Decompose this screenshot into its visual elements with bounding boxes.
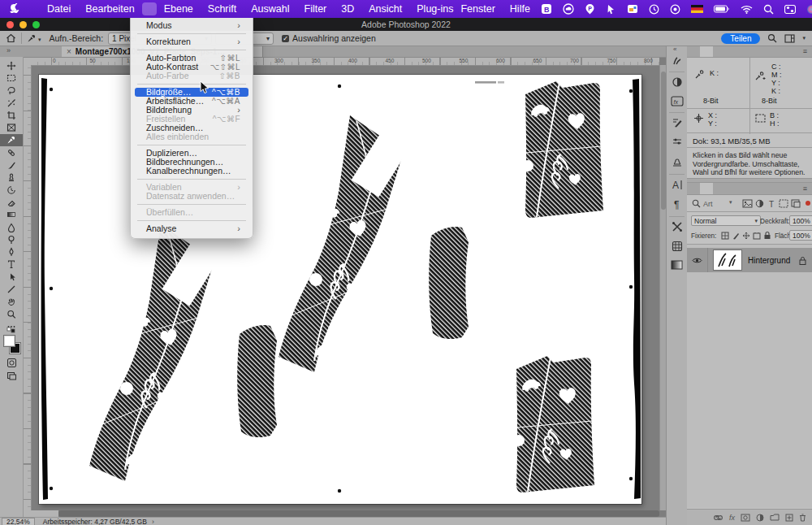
menu-bar-item[interactable]: Schrift	[201, 2, 244, 15]
battery-icon[interactable]	[714, 5, 730, 13]
menu-item[interactable]: Alles einblenden	[135, 132, 248, 141]
bit-depth-left[interactable]: 8-Bit	[703, 97, 719, 105]
blend-mode-select[interactable]: Normal ▾	[691, 215, 761, 226]
gradient-tool[interactable]	[0, 209, 23, 221]
tools-collapse-icon[interactable]: »	[6, 46, 10, 54]
screenshot-app-icon[interactable]	[627, 4, 638, 14]
panel-tab[interactable]	[726, 183, 739, 194]
search-icon[interactable]	[767, 33, 777, 43]
character-panel-icon[interactable]: A	[667, 179, 687, 191]
menu-bar-item[interactable]: Fenster	[460, 3, 495, 15]
menu-bar-item[interactable]	[25, 2, 40, 15]
panel-tab[interactable]	[713, 183, 726, 194]
opacity-field[interactable]: 100% ▾	[789, 215, 812, 226]
zoom-tool[interactable]	[0, 308, 23, 320]
window-title-bar[interactable]: Adobe Photoshop 2022	[0, 18, 812, 31]
spotlight-icon[interactable]	[763, 4, 774, 15]
lock-pixels-icon[interactable]	[732, 232, 740, 240]
new-group-icon[interactable]	[770, 514, 780, 521]
link-layers-icon[interactable]	[713, 514, 723, 521]
filter-caret-icon[interactable]: ▾	[729, 199, 732, 206]
filter-adjustment-layers-icon[interactable]	[755, 199, 764, 208]
styles-panel-icon[interactable]: fx	[667, 96, 687, 106]
filter-smart-objects-icon[interactable]	[791, 199, 801, 208]
status-options-arrow-icon[interactable]: ›	[152, 518, 154, 525]
brush-settings-panel-icon[interactable]	[667, 117, 687, 128]
clone-source-panel-icon[interactable]	[667, 137, 687, 148]
layer-row-hintergrund[interactable]: Hintergrund	[687, 248, 812, 272]
panel-tab[interactable]	[700, 183, 713, 194]
menu-bar-item[interactable]: Plug-ins	[409, 2, 460, 15]
menu-item[interactable]: Überfüllen…	[135, 208, 248, 217]
canvas-viewport[interactable]	[31, 65, 659, 510]
layer-filter-type[interactable]: Art	[703, 200, 713, 208]
quick-mask-button[interactable]	[0, 358, 23, 368]
crop-tool[interactable]	[0, 109, 23, 121]
menu-item[interactable]: Datensatz anwenden…	[135, 192, 248, 201]
eyedropper-tool-icon[interactable]	[27, 33, 37, 43]
cursor-app-icon[interactable]	[606, 4, 616, 15]
swap-colors-icon[interactable]	[0, 327, 23, 333]
home-icon[interactable]	[6, 33, 16, 43]
eyedropper-tool[interactable]	[0, 134, 23, 146]
rectangular-marquee-tool[interactable]	[0, 72, 23, 84]
lasso-tool[interactable]	[0, 85, 23, 97]
layers-panel-menu-icon[interactable]: ≡	[800, 184, 810, 193]
keyboard-language-flag-icon[interactable]	[691, 5, 703, 13]
tool-preset-caret-icon[interactable]: ▾	[38, 37, 41, 43]
creative-cloud-icon[interactable]	[563, 3, 574, 15]
share-button[interactable]: Teilen	[721, 33, 760, 44]
layer-name[interactable]: Hintergrund	[748, 256, 790, 265]
dodge-tool[interactable]	[0, 233, 23, 245]
fill-field[interactable]: 100% ▾	[789, 230, 812, 241]
panel-tab[interactable]	[687, 46, 700, 57]
wifi-icon[interactable]	[741, 5, 753, 14]
lock-position-icon[interactable]	[742, 232, 750, 240]
tools-panel-icon[interactable]	[667, 221, 687, 232]
menu-bar-item[interactable]: Ansicht	[361, 2, 409, 15]
apple-icon[interactable]	[10, 3, 20, 15]
menu-bar-item[interactable]: Datei	[40, 2, 78, 15]
layer-visibility-eye-icon[interactable]	[692, 257, 702, 264]
filter-toggle-icon[interactable]	[806, 201, 810, 206]
menu-bar-item[interactable]: Hilfe	[510, 3, 530, 15]
lock-artboard-icon[interactable]	[753, 232, 762, 240]
move-tool[interactable]	[0, 59, 23, 72]
menu-item[interactable]: Kanalberechnungen…	[135, 167, 248, 176]
patterns-panel-icon[interactable]	[667, 156, 687, 167]
bit-depth-right[interactable]: 8-Bit	[762, 97, 777, 105]
menu-item[interactable]: Analyse	[135, 224, 248, 233]
filter-shape-layers-icon[interactable]	[779, 199, 788, 208]
menu-bar-item[interactable]: Filter	[297, 2, 335, 15]
clone-stamp-tool[interactable]	[0, 171, 23, 184]
photoshop-status-icon[interactable]: B	[541, 3, 552, 15]
panel-menu-icon[interactable]: ≡	[800, 47, 810, 55]
blur-tool[interactable]	[0, 221, 23, 233]
delete-layer-icon[interactable]	[799, 514, 806, 522]
horizontal-ruler[interactable]: 0501001502002503003504004505005506006507…	[31, 57, 659, 66]
vertical-ruler[interactable]: 050100150200250300350400450500550600	[23, 65, 32, 510]
filter-pixel-layers-icon[interactable]	[742, 199, 753, 208]
menu-bar-item[interactable]: 3D	[334, 2, 361, 15]
siri-icon[interactable]	[806, 4, 812, 15]
horizontal-scrollbar[interactable]	[58, 510, 659, 517]
hand-tool[interactable]	[0, 296, 23, 308]
menu-bar-item[interactable]	[142, 2, 157, 15]
add-layer-mask-icon[interactable]	[741, 514, 750, 522]
guides-panel-icon[interactable]	[667, 241, 687, 252]
layer-style-icon[interactable]: fx	[729, 514, 735, 522]
menu-item[interactable]: Auto-Farbe ⇧⌘B	[135, 72, 248, 80]
spot-healing-tool[interactable]	[0, 146, 23, 158]
new-layer-icon[interactable]	[785, 514, 793, 522]
record-icon[interactable]	[670, 4, 680, 15]
line-shape-tool[interactable]	[0, 283, 23, 295]
tab-close-icon[interactable]: ×	[67, 47, 71, 56]
menu-bar-item[interactable]: Auswahl	[244, 2, 296, 15]
new-adjustment-layer-icon[interactable]	[756, 514, 764, 522]
menu-item[interactable]: Korrekturen	[135, 37, 248, 46]
frame-tool[interactable]	[0, 121, 23, 133]
layer-thumbnail[interactable]	[713, 249, 742, 271]
control-center-icon[interactable]	[784, 5, 796, 14]
menu-bar-item[interactable]: Bearbeiten	[78, 2, 141, 15]
type-tool[interactable]	[0, 258, 23, 271]
